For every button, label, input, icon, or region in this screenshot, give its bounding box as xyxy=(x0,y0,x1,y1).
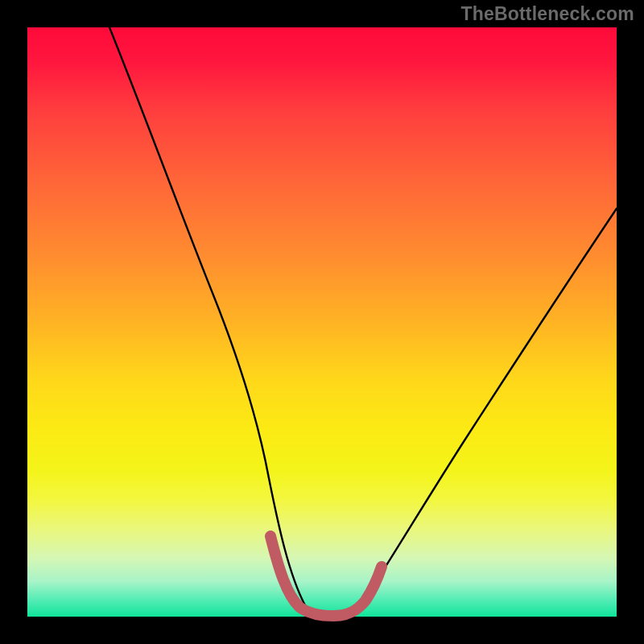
highlight-band xyxy=(270,536,382,616)
watermark-text: TheBottleneck.com xyxy=(460,3,634,25)
main-curve xyxy=(109,27,617,615)
curve-layer xyxy=(27,27,617,617)
chart-frame: TheBottleneck.com xyxy=(0,0,644,644)
plot-area xyxy=(27,27,617,617)
